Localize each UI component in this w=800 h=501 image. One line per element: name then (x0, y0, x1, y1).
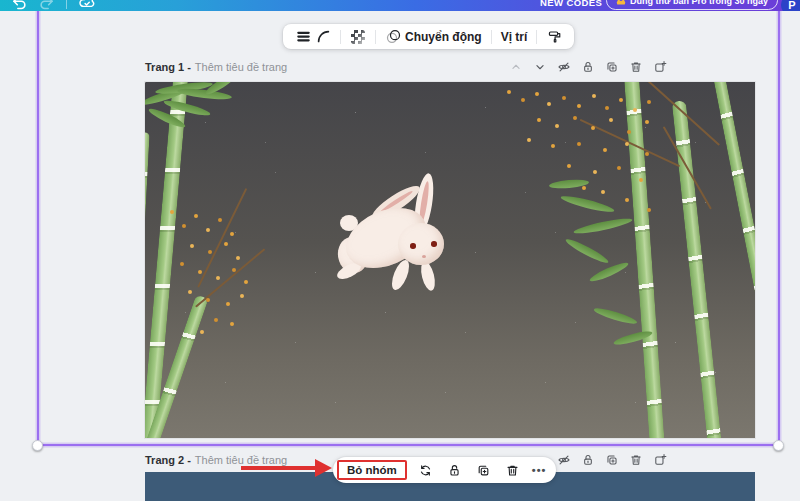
rabbit-eye (410, 243, 416, 249)
duplicate-icon[interactable] (474, 460, 494, 480)
delete-page-icon[interactable] (628, 59, 643, 74)
animate-icon[interactable] (383, 27, 403, 47)
sync-icon[interactable] (416, 460, 436, 480)
transparency-icon[interactable] (348, 27, 368, 47)
duplicate-page-icon[interactable] (604, 452, 619, 467)
annotation-arrow-head (315, 459, 332, 477)
delete-icon[interactable] (503, 460, 523, 480)
rabbit-head (398, 223, 444, 265)
annotation-arrow-shaft (241, 466, 317, 470)
top-navbar: NEW CODES Dùng thử bản Pro trong 30 ngày… (0, 0, 800, 11)
toolbar-divider (491, 30, 492, 44)
copy-style-icon[interactable] (544, 27, 564, 47)
user-avatar[interactable]: P (781, 0, 800, 11)
redo-icon[interactable] (38, 0, 56, 11)
animate-button[interactable]: Chuyển động (403, 30, 484, 44)
delete-page-icon[interactable] (628, 452, 643, 467)
move-page-up-icon[interactable] (508, 59, 523, 74)
move-page-down-icon[interactable] (532, 59, 547, 74)
toolbar-divider (340, 30, 341, 44)
page2-subtitle[interactable]: Thêm tiêu đề trang (195, 454, 287, 466)
starfield (145, 82, 146, 83)
selection-border-right (778, 11, 780, 445)
pro-trial-button[interactable]: Dùng thử bản Pro trong 30 ngày (606, 0, 778, 10)
rabbit-illustration[interactable] (338, 185, 463, 300)
selection-handle-bottom-right[interactable] (773, 440, 784, 451)
page2-title[interactable]: Trang 2 - (145, 454, 191, 466)
lock-icon[interactable] (445, 460, 465, 480)
stroke-style-icon[interactable] (293, 27, 313, 47)
pro-trial-label: Dùng thử bản Pro trong 30 ngày (630, 0, 768, 6)
page1-subtitle[interactable]: Thêm tiêu đề trang (195, 61, 287, 73)
ungroup-button[interactable]: Bỏ nhóm (337, 460, 407, 480)
toolbar-divider (536, 30, 537, 44)
toolbar-divider (375, 30, 376, 44)
page1-title[interactable]: Trang 1 - (145, 61, 191, 73)
more-options-icon[interactable]: ••• (532, 464, 547, 476)
hide-page-icon[interactable] (556, 452, 571, 467)
cloud-saved-icon[interactable] (78, 0, 96, 11)
undo-icon[interactable] (10, 0, 28, 11)
crown-icon (616, 0, 626, 6)
selection-toolbar: Chuyển động Vị trí (283, 24, 574, 49)
duplicate-page-icon[interactable] (604, 59, 619, 74)
selection-border-bottom (37, 444, 780, 446)
topbar-divider (66, 0, 67, 9)
group-context-toolbar: Bỏ nhóm ••• (333, 457, 556, 483)
rabbit-nose (422, 255, 426, 258)
selection-border-left (37, 11, 39, 445)
position-button[interactable]: Vị trí (499, 30, 530, 44)
hide-page-icon[interactable] (556, 59, 571, 74)
page1-actions (508, 59, 667, 74)
selection-handle-bottom-left[interactable] (32, 440, 43, 451)
page1-canvas[interactable] (145, 82, 755, 438)
line-curve-icon[interactable] (313, 27, 333, 47)
canva-editor: NEW CODES Dùng thử bản Pro trong 30 ngày… (0, 0, 800, 501)
add-page-icon[interactable] (652, 452, 667, 467)
lock-page-icon[interactable] (580, 59, 595, 74)
lock-page-icon[interactable] (580, 452, 595, 467)
rabbit-eye (431, 241, 437, 247)
new-codes-button[interactable]: NEW CODES (540, 0, 602, 8)
add-page-icon[interactable] (652, 59, 667, 74)
